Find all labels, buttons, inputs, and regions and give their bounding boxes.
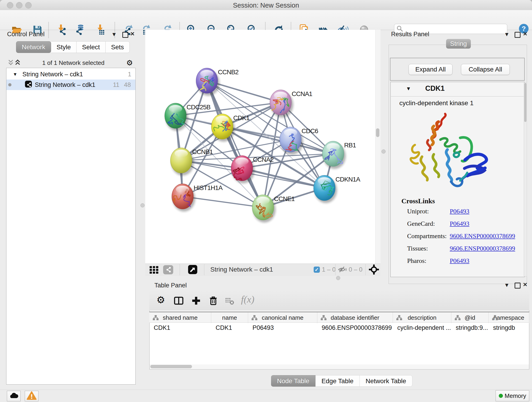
import-table-button[interactable]	[94, 24, 107, 36]
fit-selected-crosshair-icon[interactable]	[369, 264, 379, 275]
results-panel-close-icon[interactable]: ✕	[523, 31, 527, 37]
memory-button[interactable]: Memory	[496, 390, 529, 401]
network-options-gear-icon[interactable]: ⚙	[126, 59, 133, 66]
selected-nodes-checkbox[interactable]: ✓	[314, 267, 320, 273]
tab-edge-table[interactable]: Edge Table	[316, 375, 360, 387]
string-app-icon	[25, 80, 32, 89]
delete-table-icon[interactable]	[225, 297, 234, 306]
network-node-CCNB2[interactable]: CCNB2	[196, 68, 239, 96]
import-database-button[interactable]	[74, 24, 87, 36]
results-panel-float-icon[interactable]: ▼	[504, 32, 510, 37]
tree-hier-icon	[455, 315, 461, 322]
crosslink-value-link[interactable]: 9606.ENSP00000378699	[450, 232, 515, 240]
expand-all-icon[interactable]	[15, 59, 20, 66]
tab-node-table[interactable]: Node Table	[271, 375, 316, 387]
column-header--id[interactable]: @id	[451, 312, 489, 323]
network-node-RB1[interactable]: RB1	[322, 141, 356, 169]
tab-network-table[interactable]: Network Table	[360, 375, 412, 387]
network-child-label: String Network – cdk1	[35, 81, 95, 89]
network-node-CDK1[interactable]: CDK1	[211, 114, 249, 142]
window-title: Session: New Session	[0, 2, 532, 9]
table-row[interactable]: CDK1CDK1P064939606.ENSP00000378699cyclin…	[149, 323, 529, 333]
node-label: RB1	[344, 142, 356, 149]
network-tree-child-row[interactable]: String Network – cdk1 11 48	[6, 80, 135, 90]
canvas-vertical-scrollbar[interactable]	[375, 30, 380, 264]
tab-style[interactable]: Style	[51, 41, 76, 53]
control-panel-title: Control Panel	[7, 31, 45, 38]
crosslink-value-link[interactable]: P06493	[450, 208, 469, 215]
control-panel-maximize-icon[interactable]	[122, 32, 128, 38]
table-panel-maximize-icon[interactable]	[515, 283, 520, 288]
network-graph[interactable]: CCNB2CCNA1CDC25BCDK1CDC6RB1CCNB1CCNA2CDK…	[145, 30, 380, 264]
crosslink-label: Compartments:	[407, 232, 447, 240]
table-cell[interactable]: CDK1	[149, 323, 211, 333]
network-node-CDKN1A[interactable]: CDKN1A	[314, 175, 360, 203]
table-cell[interactable]: stringdb:9...	[451, 323, 489, 333]
birdseye-view-icon[interactable]	[188, 265, 197, 275]
tab-sets[interactable]: Sets	[106, 41, 130, 53]
left-splitter-handle[interactable]	[140, 203, 145, 207]
cloud-icon	[9, 391, 19, 401]
tab-string[interactable]: String	[446, 39, 471, 49]
split-columns-icon[interactable]	[174, 296, 184, 307]
tab-select[interactable]: Select	[76, 41, 106, 53]
grid-view-icon[interactable]	[150, 266, 159, 275]
cloud-button[interactable]	[7, 391, 21, 401]
canvas-vertical-scrollbar-thumb[interactable]	[376, 128, 380, 137]
table-cell[interactable]: cyclin-dependent ...	[393, 323, 451, 333]
column-header-shared-name[interactable]: shared name	[149, 312, 211, 323]
table-cell[interactable]: 9606.ENSP00000378699	[317, 323, 393, 333]
hidden-elements-icon[interactable]	[338, 266, 347, 274]
table-settings-gear-icon[interactable]: ⚙	[157, 295, 165, 305]
right-splitter-handle[interactable]	[381, 149, 386, 153]
table-panel-close-icon[interactable]: ✕	[523, 282, 527, 287]
column-header-description[interactable]: description	[393, 312, 451, 323]
gene-section-collapse-icon[interactable]: ▼	[406, 86, 411, 92]
node-label: CDKN1A	[336, 176, 360, 183]
control-panel-float-icon[interactable]: ▼	[111, 32, 117, 37]
network-canvas[interactable]: CCNB2CCNA1CDC25BCDK1CDC6RB1CCNB1CCNA2CDK…	[145, 30, 380, 264]
tab-network[interactable]: Network	[16, 41, 51, 53]
results-panel-maximize-icon[interactable]	[515, 32, 520, 38]
warnings-button[interactable]	[25, 391, 38, 401]
column-label: database identifier	[331, 314, 379, 321]
network-node-CDC6[interactable]: CDC6	[280, 127, 318, 155]
tree-expander-icon[interactable]: ▼	[13, 72, 17, 77]
table-horizontal-scrollbar[interactable]	[150, 364, 529, 369]
import-network-button[interactable]	[55, 24, 67, 36]
column-header-canonical-name[interactable]: canonical name	[248, 312, 317, 323]
bottom-splitter-handle[interactable]	[336, 276, 340, 280]
control-panel-close-icon[interactable]: ✕	[130, 31, 135, 37]
collapse-all-button[interactable]: Collapse All	[461, 64, 510, 75]
table-panel-float-icon[interactable]: ▼	[504, 282, 510, 288]
column-header-namespace[interactable]: namespace	[489, 312, 529, 323]
divider	[391, 96, 524, 96]
node-label: CCNA1	[292, 90, 312, 97]
table-horizontal-scrollbar-thumb[interactable]	[150, 365, 192, 368]
results-scrollbar-thumb[interactable]	[524, 83, 526, 122]
network-root-label: String Network – cdk1	[22, 71, 83, 78]
string-view-button[interactable]	[163, 265, 173, 274]
crosslinks-title: CrossLinks	[401, 197, 435, 205]
delete-column-icon[interactable]	[208, 295, 219, 307]
add-column-icon[interactable]	[191, 296, 201, 307]
column-header-database-identifier[interactable]: database identifier	[317, 312, 393, 323]
tree-hier-icon	[492, 315, 498, 322]
function-builder-button[interactable]: f(x)	[241, 294, 254, 305]
crosslink-value-link[interactable]: P06493	[450, 220, 469, 227]
table-cell[interactable]: CDK1	[211, 323, 248, 333]
collapse-all-icon[interactable]	[8, 59, 13, 66]
table-cell[interactable]: stringdb	[489, 323, 529, 333]
results-panel-title: Results Panel	[391, 31, 429, 38]
control-panel-tabs: NetworkStyleSelectSets	[16, 41, 130, 53]
table-panel-title: Table Panel	[154, 282, 187, 289]
network-tree-root-row[interactable]: ▼ String Network – cdk1 1	[6, 69, 135, 80]
column-label: name	[222, 314, 237, 321]
table-cell[interactable]: P06493	[248, 323, 317, 333]
expand-all-button[interactable]: Expand All	[409, 64, 452, 75]
crosslink-value-link[interactable]: P06493	[450, 257, 469, 264]
column-header-name[interactable]: name	[211, 312, 248, 323]
crosslink-value-link[interactable]: 9606.ENSP00000378699	[450, 245, 515, 252]
network-node-HIST1H1A[interactable]: HIST1H1A	[172, 184, 223, 211]
network-node-CDC25B[interactable]: CDC25B	[165, 103, 210, 131]
